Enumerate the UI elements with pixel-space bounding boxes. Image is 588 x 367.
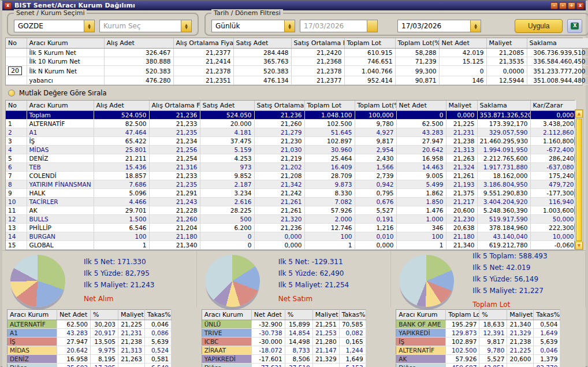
- scroll-down-icon[interactable]: ▼: [575, 242, 583, 250]
- column-header[interactable]: Net Adet: [439, 38, 486, 49]
- column-header[interactable]: Toplam Lot: [446, 310, 479, 320]
- close-icon[interactable]: x: [4, 2, 12, 9]
- n-kurum-input[interactable]: 20: [8, 66, 22, 75]
- column-header[interactable]: %: [91, 310, 118, 320]
- table-row[interactable]: 4MİDAS25.80121,2565.15921,03030.9602,954…: [6, 146, 576, 154]
- column-header[interactable]: Saklama: [527, 38, 588, 49]
- column-header[interactable]: Aracı Kurum: [396, 310, 446, 320]
- senet-select[interactable]: GOZDE ▲▼: [14, 20, 95, 32]
- column-header[interactable]: Aracı Kurum: [27, 101, 94, 111]
- vertical-scrollbar[interactable]: ▲ ▼: [575, 109, 583, 250]
- column-header[interactable]: Alış Adet: [94, 101, 149, 111]
- value-cell: 16.409: [304, 163, 355, 172]
- column-header[interactable]: No: [6, 38, 27, 49]
- table-row[interactable]: 2A147.46421,2354.18121,27951.6454,92743.…: [6, 128, 576, 137]
- header-row: Aracı KurumNet Adet%MaliyetTakas%: [202, 310, 366, 320]
- chevron-updown-icon[interactable]: ▲▼: [284, 20, 295, 32]
- maximize-icon[interactable]: +: [568, 2, 575, 9]
- value-cell: 9,780: [355, 120, 396, 128]
- value-cell: 365.763: [233, 57, 291, 66]
- column-header[interactable]: Toplam Lot: [344, 38, 395, 49]
- value-cell: 12.746: [304, 224, 355, 232]
- table-row[interactable]: Toplam524.05021,236524.05021,2361.048.10…: [6, 111, 576, 120]
- date-from-field[interactable]: 17/03/2026 ▲▼: [300, 20, 378, 32]
- broker-name-cell: YAPIKREDİ: [396, 329, 446, 338]
- chevron-updown-icon[interactable]: ▲▼: [470, 20, 481, 32]
- column-header[interactable]: Net Adet: [396, 101, 446, 111]
- column-header[interactable]: Satış Ortalama Fi: [254, 101, 304, 111]
- value-cell: 520.383: [233, 66, 291, 76]
- row-number-cell: 11: [6, 206, 27, 215]
- column-header[interactable]: Takas%: [339, 310, 366, 320]
- column-header[interactable]: Maliyet: [118, 310, 145, 320]
- column-header[interactable]: Saklama: [477, 101, 530, 111]
- table-row[interactable]: 11AK29.70121,22828.22521,26157.9265,5271…: [6, 206, 576, 215]
- value-cell: 30,203: [91, 320, 118, 329]
- table-row[interactable]: 13PHİLLİP6.54621,2046.20021,23612.7461,2…: [6, 224, 576, 232]
- apply-button[interactable]: Uygula: [515, 19, 563, 33]
- minimize-icon[interactable]: -: [550, 2, 558, 9]
- scrollbar-thumb[interactable]: [576, 118, 582, 241]
- pie-stat: Ilk 5 Toplam: 588.493: [472, 252, 547, 260]
- value-cell: 15.125: [439, 57, 486, 66]
- column-header[interactable]: Aracı Kurum: [27, 38, 104, 49]
- column-header[interactable]: Toplam Lot: [304, 101, 355, 111]
- value-cell: 0,0000: [486, 66, 527, 76]
- column-header[interactable]: Toplam Lot(%): [395, 38, 439, 49]
- table-row[interactable]: 5DENİZ21.21121,2544.25321,21925.4642,430…: [6, 154, 576, 163]
- column-header[interactable]: Takas%: [145, 310, 172, 320]
- close-window-icon[interactable]: x: [576, 2, 584, 9]
- column-header[interactable]: Maliyet: [446, 101, 477, 111]
- value-cell: 21,260: [149, 215, 200, 224]
- column-header[interactable]: Satış Ortalama Fiyat: [291, 38, 344, 49]
- column-header[interactable]: Net Adet: [57, 310, 91, 320]
- period-select[interactable]: Günlük ▲▼: [211, 20, 295, 32]
- column-header[interactable]: Net Adet: [251, 310, 285, 320]
- column-header[interactable]: Maliyet: [507, 310, 534, 320]
- table-row[interactable]: 1ALTERNATİF82.50021,23320.00021,260102.5…: [6, 120, 576, 128]
- table-row[interactable]: 10TACİRLER4.46621,2432.61621,2617.0820,6…: [6, 198, 576, 206]
- column-header[interactable]: Alış Ortalama Fiy: [149, 101, 200, 111]
- column-header[interactable]: Takas%: [534, 310, 560, 320]
- value-cell: 9.551.290,830: [477, 189, 530, 198]
- table-row[interactable]: 8YATIRIM FİNANSMAN7.68621,2352.18721,342…: [6, 180, 576, 189]
- column-header[interactable]: Toplam Lot(%: [355, 101, 396, 111]
- column-header[interactable]: %: [479, 310, 507, 320]
- senet-select-value: GOZDE: [14, 20, 84, 32]
- scroll-up-icon[interactable]: ▲: [575, 110, 583, 118]
- table-row[interactable]: 6TEB15.43621,31697321,20216.4091,56614.4…: [6, 163, 576, 172]
- column-header[interactable]: Maliyet: [312, 310, 339, 320]
- restore-icon[interactable]: -: [559, 2, 567, 9]
- date-to-field[interactable]: 17/03/2026 ▲▼: [397, 20, 481, 32]
- column-header[interactable]: Maliyet: [486, 38, 527, 49]
- value-cell: -17.601: [251, 355, 285, 364]
- row-number-cell: [6, 76, 27, 85]
- table-row[interactable]: 15GLOBAL121,34000,00010,000121,340619.21…: [6, 241, 576, 250]
- value-cell: [507, 364, 534, 367]
- excel-export-button[interactable]: X: [567, 19, 582, 33]
- column-header[interactable]: Satış Adet: [233, 38, 291, 49]
- column-header[interactable]: No: [6, 101, 27, 111]
- pie-stat: Ilk 5 Yüzde: 62,490: [278, 269, 349, 277]
- column-header[interactable]: Satış Adet: [200, 101, 254, 111]
- table-row[interactable]: 9HALK5.09621,2913.23421,2428.3300,7951.8…: [6, 189, 576, 198]
- column-header[interactable]: Aracı Kurum: [8, 310, 57, 320]
- table-row[interactable]: 14BURGAN10021,18000,0001000,01010021,180…: [6, 232, 576, 241]
- table-row[interactable]: 3İŞ65.42221,23437.47521,230102.8979,8172…: [6, 137, 576, 146]
- chevron-updown-icon[interactable]: ▲▼: [181, 20, 191, 32]
- value-cell: 21,202: [254, 163, 304, 172]
- value-cell: -177,300: [530, 189, 576, 198]
- value-cell: 21,230: [446, 215, 477, 224]
- table-row[interactable]: 12BULLS1.50021,26050021,3202.0000,1911.0…: [6, 215, 576, 224]
- value-cell: 21,263: [446, 154, 477, 163]
- column-header[interactable]: %: [285, 310, 312, 320]
- table-row[interactable]: 7COLENDİ18.85721,2339.85221,20828.7092,7…: [6, 172, 576, 180]
- column-header[interactable]: Alış Adet: [104, 38, 173, 49]
- kurum-select[interactable]: Kurum Seç ▲▼: [99, 20, 192, 32]
- column-header[interactable]: Kar/Zarar: [530, 101, 576, 111]
- column-header[interactable]: Aracı Kurum: [202, 310, 251, 320]
- chevron-updown-icon[interactable]: ▲▼: [84, 20, 94, 32]
- sort-radio[interactable]: [8, 90, 15, 97]
- value-cell: 62.500: [396, 120, 446, 128]
- column-header[interactable]: Alış Ortalama Fiyat: [173, 38, 233, 49]
